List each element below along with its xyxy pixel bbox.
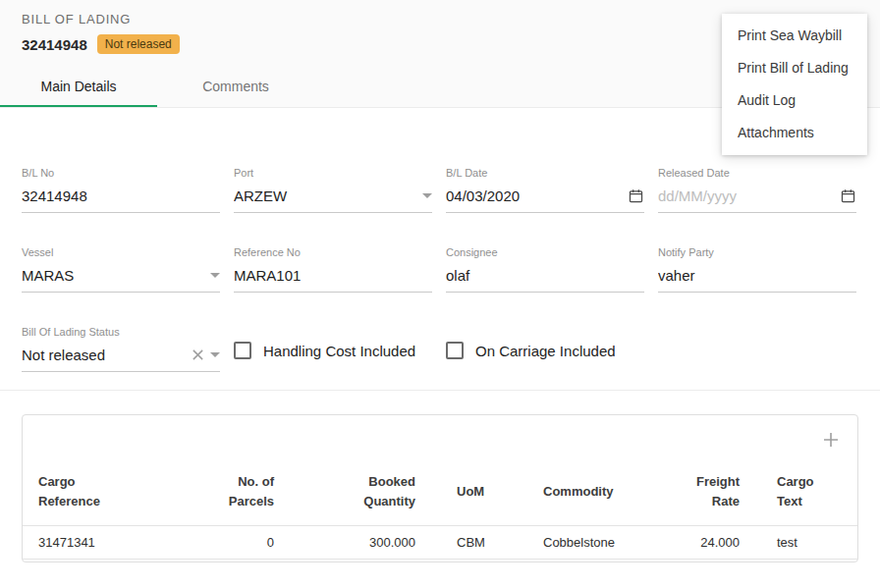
reference-no-field[interactable]: Reference No MARA101	[234, 246, 432, 293]
context-menu: Print Sea Waybill Print Bill of Lading A…	[722, 14, 867, 155]
col-cargo-reference: Cargo Reference	[23, 464, 215, 526]
cell-freight-rate: 24.000	[651, 526, 740, 560]
calendar-icon[interactable]	[628, 187, 644, 204]
bl-date-value[interactable]: 04/03/2020	[446, 187, 622, 204]
vessel-value[interactable]: MARAS	[22, 267, 204, 284]
checkbox-unchecked-icon[interactable]	[234, 342, 251, 359]
cell-cargo-reference: 31471341	[23, 526, 215, 560]
cargo-table-row[interactable]: 31471341 0 300.000 CBM Cobbelstone 24.00…	[23, 526, 857, 560]
col-freight-rate: Freight Rate	[651, 464, 740, 526]
notify-party-value[interactable]: vaher	[658, 267, 856, 284]
consignee-value[interactable]: olaf	[446, 267, 644, 284]
calendar-icon[interactable]	[840, 187, 856, 204]
handling-cost-label: Handling Cost Included	[263, 343, 415, 359]
cell-booked-quantity: 300.000	[274, 526, 415, 560]
port-field[interactable]: Port ARZEW	[234, 167, 432, 213]
bl-status-label: Bill Of Lading Status	[22, 326, 220, 338]
notify-party-field[interactable]: Notify Party vaher	[658, 246, 856, 293]
chevron-down-icon[interactable]	[422, 193, 432, 198]
vessel-label: Vessel	[22, 246, 220, 258]
consignee-field[interactable]: Consignee olaf	[446, 246, 644, 293]
main-details-form: B/L No 32414948 Port ARZEW B/L Date 04/0…	[22, 167, 858, 372]
bl-status-field[interactable]: Bill Of Lading Status Not released	[22, 326, 220, 372]
reference-no-label: Reference No	[234, 246, 432, 258]
menu-item-audit-log[interactable]: Audit Log	[722, 84, 867, 117]
on-carriage-checkbox-item[interactable]: On Carriage Included	[446, 342, 644, 359]
checkbox-unchecked-icon[interactable]	[446, 342, 464, 359]
menu-item-print-bill-of-lading[interactable]: Print Bill of Lading	[722, 52, 867, 84]
on-carriage-label: On Carriage Included	[475, 343, 616, 359]
notify-party-label: Notify Party	[658, 246, 856, 258]
handling-cost-checkbox-item[interactable]: Handling Cost Included	[234, 342, 432, 359]
col-no-of-parcels: No. of Parcels	[215, 464, 274, 526]
menu-item-attachments[interactable]: Attachments	[722, 117, 867, 149]
add-cargo-button[interactable]	[822, 431, 840, 449]
col-uom: UoM	[415, 464, 523, 526]
bl-status-value[interactable]: Not released	[22, 347, 186, 363]
document-number: 32414948	[22, 36, 87, 53]
released-date-input[interactable]: dd/MM/yyyy	[658, 187, 834, 204]
tab-main-details[interactable]: Main Details	[0, 68, 157, 107]
cargo-card: Cargo Reference No. of Parcels Booked Qu…	[22, 414, 858, 562]
section-divider	[0, 390, 880, 391]
cell-cargo-text: test	[740, 526, 857, 560]
reference-no-value[interactable]: MARA101	[234, 267, 432, 284]
status-badge: Not released	[97, 34, 180, 54]
col-cargo-text: Cargo Text	[740, 464, 857, 526]
vessel-field[interactable]: Vessel MARAS	[22, 246, 220, 293]
chevron-down-icon[interactable]	[210, 273, 220, 278]
released-date-field[interactable]: Released Date dd/MM/yyyy	[658, 167, 856, 213]
port-label: Port	[234, 167, 432, 179]
cargo-table: Cargo Reference No. of Parcels Booked Qu…	[23, 464, 857, 560]
cell-uom: CBM	[415, 526, 523, 560]
clear-x-icon[interactable]	[192, 348, 204, 361]
col-booked-quantity: Booked Quantity	[274, 464, 415, 526]
bl-no-label: B/L No	[22, 167, 220, 179]
released-date-label: Released Date	[658, 167, 856, 179]
port-value[interactable]: ARZEW	[234, 187, 416, 204]
chevron-down-icon[interactable]	[210, 352, 220, 357]
bl-no-value[interactable]: 32414948	[22, 187, 220, 204]
cargo-card-toolbar	[23, 415, 857, 464]
bl-date-label: B/L Date	[446, 167, 644, 179]
bl-date-field[interactable]: B/L Date 04/03/2020	[446, 167, 644, 213]
col-commodity: Commodity	[523, 464, 651, 526]
cell-commodity: Cobbelstone	[523, 526, 651, 560]
cell-no-of-parcels: 0	[215, 526, 274, 560]
cargo-table-header-row: Cargo Reference No. of Parcels Booked Qu…	[23, 464, 857, 526]
tab-comments[interactable]: Comments	[157, 68, 314, 107]
plus-icon	[822, 431, 840, 449]
menu-item-print-sea-waybill[interactable]: Print Sea Waybill	[722, 20, 867, 52]
empty-cell	[658, 326, 856, 372]
bl-no-field[interactable]: B/L No 32414948	[22, 167, 220, 213]
consignee-label: Consignee	[446, 246, 644, 258]
